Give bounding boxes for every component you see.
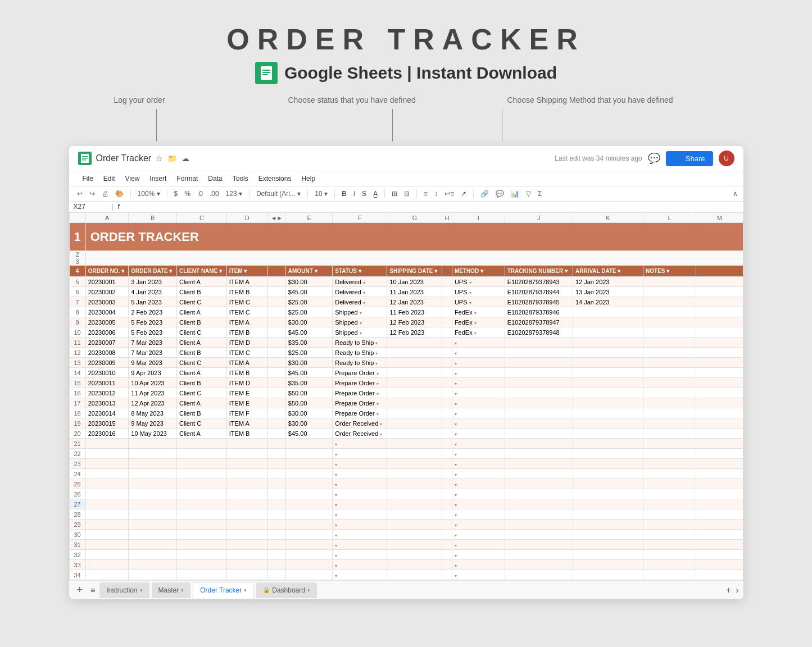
menu-file[interactable]: File — [78, 172, 98, 185]
col-de[interactable]: ◄► — [267, 213, 285, 223]
collapse-btn[interactable]: ∧ — [733, 190, 738, 198]
annotation-area: Log your order Choose status that you ha… — [69, 95, 743, 146]
currency-btn[interactable]: $ — [172, 189, 180, 199]
cell-de — [267, 388, 285, 398]
col-i[interactable]: I — [452, 213, 505, 223]
merge-btn[interactable]: ⊟ — [402, 189, 412, 199]
grid-container[interactable]: A B C D ◄► E F G H I J K L M — [69, 212, 743, 580]
share-label: Share — [686, 154, 705, 163]
font-btn[interactable]: Default (Ari... ▾ — [254, 189, 303, 199]
wrap-btn[interactable]: ↩≡ — [442, 189, 456, 199]
add-sheet-button[interactable]: + — [74, 584, 87, 596]
row-num-6: 6 — [69, 287, 85, 297]
menu-data[interactable]: Data — [203, 172, 226, 185]
undo-btn[interactable]: ↩ — [75, 189, 85, 199]
cell-notes — [643, 317, 696, 327]
cell-date: 8 May 2023 — [129, 408, 177, 418]
sheet-list-button[interactable]: ≡ — [88, 586, 97, 595]
cell-date: 9 Apr 2023 — [129, 368, 177, 378]
col-d[interactable]: D — [226, 213, 267, 223]
scroll-sheets-left[interactable]: + — [726, 585, 731, 595]
cell-client: Client C — [177, 297, 227, 307]
cloud-icon[interactable]: ☁ — [182, 154, 189, 163]
cell-tracking: E10202879378947 — [505, 317, 573, 327]
menu-format[interactable]: Format — [172, 172, 202, 185]
cell-date: 5 Feb 2023 — [129, 317, 177, 327]
page-subtitle: Google Sheets | Instant Download — [284, 63, 557, 83]
cell-ship-date: 12 Feb 2023 — [387, 317, 442, 327]
col-l[interactable]: L — [643, 213, 696, 223]
valign-btn[interactable]: ↕ — [432, 189, 440, 199]
align-btn[interactable]: ≡ — [421, 189, 430, 199]
cell-item: ITEM E — [226, 388, 267, 398]
col-a[interactable]: A — [85, 213, 129, 223]
chat-icon[interactable]: 💬 — [648, 152, 660, 165]
cell-reference[interactable]: X27 — [74, 203, 107, 211]
col-k[interactable]: K — [573, 213, 643, 223]
col-c[interactable]: C — [177, 213, 227, 223]
link-btn[interactable]: 🔗 — [478, 189, 491, 199]
menu-insert[interactable]: Insert — [145, 172, 171, 185]
cell-ship-date — [387, 348, 442, 358]
col-g[interactable]: G — [387, 213, 442, 223]
cell-de — [267, 327, 285, 338]
col-e[interactable]: E — [285, 213, 332, 223]
paint-format-btn[interactable]: 🎨 — [113, 189, 126, 199]
comment-btn[interactable]: 💬 — [493, 189, 506, 199]
strikethrough-btn[interactable]: S — [360, 189, 369, 199]
decimal-more-btn[interactable]: .00 — [207, 189, 221, 199]
menu-extensions[interactable]: Extensions — [254, 172, 296, 185]
cell-amount: $30.00 — [285, 408, 332, 418]
row-num-23: 23 — [69, 459, 85, 469]
scroll-sheets-right[interactable]: › — [736, 585, 738, 595]
sheet-tab-master[interactable]: Master ▾ — [152, 582, 191, 598]
cell-status: Ready to Ship ▾ — [333, 358, 387, 368]
menu-help[interactable]: Help — [297, 172, 320, 185]
col-m[interactable]: M — [696, 213, 743, 223]
zoom-btn[interactable]: 100% ▾ — [135, 189, 162, 199]
col-f[interactable]: F — [333, 213, 387, 223]
filter-btn[interactable]: ▽ — [524, 189, 533, 199]
annotation-line-log — [156, 109, 157, 142]
format-num-btn[interactable]: 123 ▾ — [224, 189, 244, 199]
cell-method: ▾ — [452, 338, 505, 348]
folder-icon[interactable]: 📁 — [167, 154, 177, 163]
rotate-btn[interactable]: ↗ — [459, 189, 469, 199]
share-button[interactable]: 👤 Share — [666, 151, 713, 166]
cell-order: 20230003 — [85, 297, 129, 307]
cell-date: 4 Jan 2023 — [129, 287, 177, 297]
menu-tools[interactable]: Tools — [228, 172, 253, 185]
cell-date: 10 May 2023 — [129, 429, 177, 439]
borders-btn[interactable]: ⊞ — [389, 189, 400, 199]
bold-btn[interactable]: B — [339, 189, 349, 199]
sheet-tab-dashboard[interactable]: 🔒 Dashboard ▾ — [256, 582, 317, 598]
col-j[interactable]: J — [505, 213, 573, 223]
cell-amount: $45.00 — [285, 429, 332, 439]
table-row: 16 20230012 11 Apr 2023 Client C ITEM E … — [69, 388, 743, 398]
cell-tracking: E10202879378945 — [505, 297, 573, 307]
row-num-32: 32 — [69, 550, 85, 560]
sep2 — [167, 189, 167, 198]
function-btn[interactable]: Σ — [536, 189, 544, 199]
fontsize-btn[interactable]: 10 ▾ — [312, 189, 330, 199]
font-color-btn[interactable]: A̲ — [371, 189, 380, 199]
sheet-tab-instruction[interactable]: Instruction ▾ — [99, 582, 149, 598]
sheet-tabs: + ≡ Instruction ▾ Master ▾ Order Tracker… — [69, 580, 743, 599]
col-h[interactable]: H — [442, 213, 452, 223]
menu-edit[interactable]: Edit — [99, 172, 120, 185]
italic-btn[interactable]: I — [351, 189, 357, 199]
decimal-less-btn[interactable]: .0 — [195, 189, 205, 199]
star-icon[interactable]: ☆ — [156, 154, 163, 163]
chart-btn[interactable]: 📊 — [509, 189, 521, 199]
sheet-tab-order-tracker[interactable]: Order Tracker ▾ — [193, 582, 254, 598]
print-btn[interactable]: 🖨 — [99, 189, 111, 199]
cell-h — [442, 348, 452, 358]
col-b[interactable]: B — [129, 213, 177, 223]
cell-date: 5 Feb 2023 — [129, 327, 177, 338]
menu-view[interactable]: View — [121, 172, 144, 185]
cell-status: Shipped ▾ — [333, 307, 387, 317]
cell-tracking — [505, 408, 573, 418]
cell-de — [267, 307, 285, 317]
percent-btn[interactable]: % — [182, 189, 193, 199]
redo-btn[interactable]: ↪ — [87, 189, 97, 199]
